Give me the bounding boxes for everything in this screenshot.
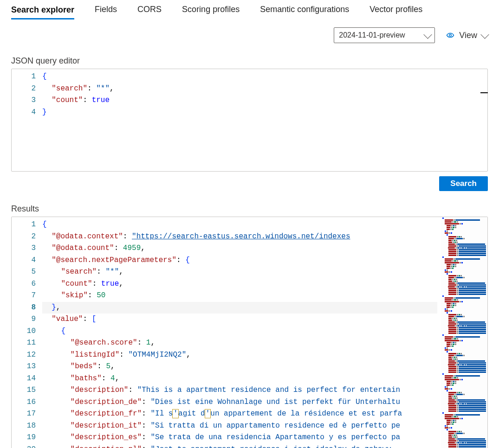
results-code[interactable]: { "@odata.context": "https://search-east…: [42, 217, 487, 448]
toolbar: 2024-11-01-preview View: [0, 19, 499, 43]
results-editor[interactable]: 123456789101112131415161718192021 { "@od…: [11, 217, 488, 448]
tab-cors[interactable]: CORS: [137, 0, 162, 19]
results-label: Results: [0, 191, 499, 217]
tab-vector-profiles[interactable]: Vector profiles: [369, 0, 422, 19]
results-gutter: 123456789101112131415161718192021: [12, 217, 42, 448]
tab-search-explorer[interactable]: Search explorer: [11, 0, 74, 19]
api-version-dropdown[interactable]: 2024-11-01-preview: [334, 27, 435, 43]
eye-icon: [446, 31, 454, 39]
tabs-bar: Search explorerFieldsCORSScoring profile…: [0, 0, 499, 19]
svg-point-0: [449, 34, 452, 37]
view-toggle[interactable]: View: [446, 31, 488, 40]
json-query-editor[interactable]: 1234 { "search": "*", "count": true}: [11, 69, 488, 172]
search-button[interactable]: Search: [439, 176, 488, 191]
api-version-value: 2024-11-01-preview: [339, 31, 405, 39]
tab-semantic-configurations[interactable]: Semantic configurations: [260, 0, 349, 19]
query-code[interactable]: { "search": "*", "count": true}: [42, 69, 487, 171]
tab-scoring-profiles[interactable]: Scoring profiles: [182, 0, 240, 19]
query-editor-label: JSON query editor: [0, 43, 499, 69]
chevron-down-icon: [424, 30, 432, 38]
query-gutter: 1234: [12, 69, 42, 171]
editor-scroll-indicator: [480, 92, 488, 93]
view-label: View: [459, 31, 477, 40]
tab-fields[interactable]: Fields: [95, 0, 117, 19]
chevron-down-icon: [480, 30, 489, 38]
minimap[interactable]: [441, 217, 487, 448]
